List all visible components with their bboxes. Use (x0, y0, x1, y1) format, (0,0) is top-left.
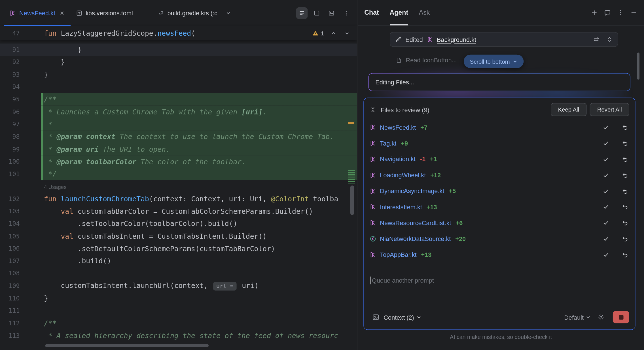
files-to-review-title: Files to review (9) (381, 106, 429, 113)
editor-toolbar-actions (296, 7, 352, 19)
tab-label: NewsFeed.kt (19, 9, 55, 16)
file-link[interactable]: NiaNetworkDataSource.kt (380, 235, 451, 242)
file-review-row: NewsFeed.kt+7 (370, 119, 629, 135)
revert-file-undo-icon[interactable] (622, 204, 628, 210)
file-link[interactable]: InterestsItem.kt (380, 204, 422, 211)
revert-file-undo-icon[interactable] (622, 140, 628, 146)
expand-collapse-icon[interactable] (606, 36, 613, 43)
preview-image-icon[interactable] (326, 7, 337, 19)
code-editor[interactable]: 91 }92 }93}9495/**96 * Launches a Custom… (0, 40, 357, 342)
tab-agent[interactable]: Agent (389, 0, 408, 25)
keep-file-check-icon[interactable] (603, 251, 609, 258)
structure-view-icon[interactable] (296, 7, 308, 19)
revert-file-undo-icon[interactable] (622, 219, 628, 226)
inspection-widget: 1 (312, 26, 351, 40)
file-review-row: NewsResourceCardList.kt+6 (370, 215, 629, 231)
line-number: 113 (0, 332, 20, 339)
file-review-row: LoadingWheel.kt+12 (370, 167, 629, 183)
kotlin-file-icon (370, 219, 376, 226)
context-label: Context (2) (384, 314, 414, 321)
file-link[interactable]: DynamicAsyncImage.kt (380, 187, 444, 195)
keep-file-check-icon[interactable] (603, 204, 609, 210)
tab-build-gradle-kts[interactable]: build.gradle.kts (:c (152, 0, 223, 26)
prompt-input-area[interactable]: Queue another prompt (370, 263, 629, 285)
added-lines-stripe-mark[interactable] (348, 170, 355, 183)
revert-file-undo-icon[interactable] (622, 156, 628, 163)
line-number: 98 (0, 133, 20, 140)
open-diff-icon[interactable] (593, 36, 599, 43)
close-icon[interactable] (59, 10, 65, 16)
keep-file-check-icon[interactable] (603, 236, 609, 242)
revert-all-button[interactable]: Revert All (590, 103, 629, 116)
chat-history-icon[interactable] (604, 9, 611, 16)
keep-file-check-icon[interactable] (603, 172, 609, 178)
new-chat-plus-icon[interactable] (591, 9, 598, 16)
file-link[interactable]: LoadingWheel.kt (380, 172, 426, 179)
file-review-row: Navigation.kt-1+1 (370, 151, 629, 167)
gear-icon[interactable] (597, 313, 605, 321)
keep-all-button[interactable]: Keep All (551, 103, 587, 116)
agent-status-label: Editing Files... (375, 78, 414, 86)
scroll-to-bottom-button[interactable]: Scroll to bottom (464, 55, 524, 68)
tab-label: build.gradle.kts (:c (168, 9, 217, 16)
code-text: 4 Usages (44, 182, 67, 191)
revert-file-undo-icon[interactable] (622, 251, 628, 258)
edited-file-card[interactable]: Edited Background.kt (390, 32, 618, 47)
file-link[interactable]: NewsFeed.kt (380, 124, 416, 131)
revert-file-undo-icon[interactable] (622, 188, 628, 194)
code-text: .setDefaultColorSchemeParams(customTabBa… (44, 244, 275, 253)
hidden-tabs-chevron-icon[interactable] (223, 7, 234, 19)
code-text: val customTabBarColor = CustomTabColorSc… (44, 207, 313, 215)
tab-ask[interactable]: Ask (419, 0, 430, 25)
tab-newsfeed[interactable]: NewsFeed.kt (4, 0, 70, 26)
tab-libs-versions-toml[interactable]: libs.versions.toml (71, 0, 138, 26)
prev-warning-chevron-up-icon[interactable] (329, 29, 338, 37)
keep-file-check-icon[interactable] (603, 156, 609, 163)
attach-image-icon[interactable] (372, 313, 380, 321)
warning-stripe-mark[interactable] (348, 122, 354, 124)
hide-panel-icon[interactable] (630, 9, 637, 16)
keep-file-check-icon[interactable] (603, 219, 609, 226)
code-line: 93} (0, 68, 357, 81)
kebab-menu-icon[interactable] (617, 9, 624, 16)
keep-file-check-icon[interactable] (603, 124, 609, 131)
warning-badge[interactable]: 1 (312, 30, 324, 37)
prompt-toolbar: Context (2) Default (370, 308, 629, 326)
document-icon (395, 57, 402, 63)
context-selector[interactable]: Context (2) (384, 314, 421, 321)
keep-file-check-icon[interactable] (603, 188, 609, 194)
file-link[interactable]: Navigation.kt (380, 156, 416, 163)
review-buttons: Keep All Revert All (551, 103, 629, 116)
edited-file-link[interactable]: Background.kt (437, 36, 476, 43)
code-line: 103 val customTabBarColor = CustomTabCol… (0, 205, 357, 217)
added-count: +7 (420, 124, 427, 131)
revert-file-undo-icon[interactable] (622, 236, 628, 242)
code-text: * @param uri The URI to open. (44, 145, 170, 153)
sticky-context-line[interactable]: 47 fun LazyStaggeredGridScope.newsFeed( … (0, 26, 357, 40)
kebab-menu-icon[interactable] (340, 7, 352, 19)
code-line: 106 .setDefaultColorSchemeParams(customT… (0, 242, 357, 255)
next-warning-chevron-down-icon[interactable] (343, 29, 351, 37)
stop-button[interactable] (613, 311, 629, 323)
file-link[interactable]: Tag.kt (380, 140, 396, 147)
file-link[interactable]: TopAppBar.kt (380, 251, 416, 258)
keep-file-check-icon[interactable] (603, 140, 609, 146)
file-review-row: Tag.kt+9 (370, 135, 629, 151)
kotlin-file-icon (370, 172, 376, 178)
model-selector[interactable]: Default (564, 314, 591, 321)
line-number: 96 (0, 108, 20, 116)
added-count: +5 (449, 187, 456, 195)
horizontal-scrollbar[interactable] (45, 344, 209, 347)
read-file-row[interactable]: Read IconButton... (395, 57, 457, 64)
collapse-icon[interactable] (370, 106, 376, 113)
revert-file-undo-icon[interactable] (622, 172, 628, 178)
revert-file-undo-icon[interactable] (622, 124, 628, 131)
kotlin-file-icon (370, 156, 376, 163)
files-to-review-header: Files to review (9) Keep All Revert All (370, 102, 629, 117)
code-line: 95/** (0, 93, 357, 106)
chat-scrollbar[interactable] (637, 52, 639, 80)
vertical-scrollbar[interactable] (350, 185, 354, 215)
split-editor-icon[interactable] (311, 7, 323, 19)
file-link[interactable]: NewsResourceCardList.kt (380, 219, 451, 227)
edited-action-label: Edited (405, 36, 423, 43)
